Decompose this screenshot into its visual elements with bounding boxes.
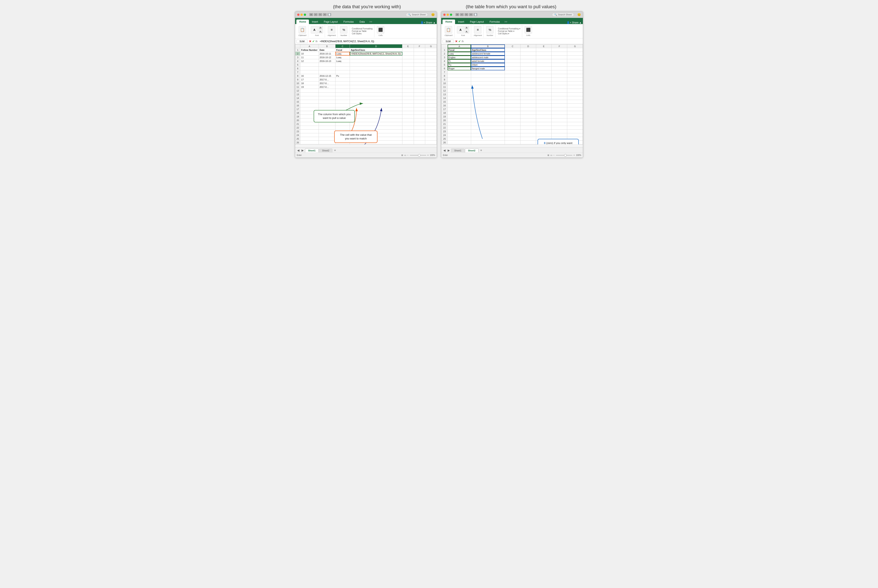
cell-G6[interactable] [425, 67, 437, 70]
cell-s2-G2[interactable] [567, 52, 583, 56]
cell-s2-D1[interactable] [520, 48, 536, 52]
col-header-B-2[interactable]: B [471, 44, 505, 48]
cell-B3[interactable]: 2016-10-12 [319, 56, 335, 59]
cell-D3[interactable] [350, 56, 402, 59]
search-box-2[interactable]: 🔍 Search Sheet [552, 13, 574, 16]
cell-E6[interactable] [402, 67, 414, 70]
add-sheet-1[interactable]: + [333, 148, 337, 152]
cell-A4[interactable]: 12 [300, 59, 319, 63]
cell-D10[interactable] [350, 81, 402, 85]
font-size-up[interactable]: A↑ [319, 26, 323, 30]
quick-access-icon[interactable]: ▾ [323, 13, 327, 16]
cell-s2-C1[interactable] [505, 48, 520, 52]
cell-s2-E6[interactable] [536, 67, 552, 70]
search-box-1[interactable]: 🔍 Search Sheet [406, 13, 428, 16]
cell-D6[interactable] [350, 67, 402, 70]
cell-B4[interactable]: 2016-10-13 [319, 59, 335, 63]
col-header-C-2[interactable]: C [505, 44, 520, 48]
sheet-next-1[interactable]: ▶ [301, 149, 305, 152]
cell-C7[interactable] [335, 70, 350, 74]
zoom-slider-1[interactable] [410, 155, 426, 156]
font-btn-2[interactable]: A [457, 26, 464, 33]
cell-s2-F4[interactable] [552, 59, 567, 63]
grid-1[interactable]: A B C D E F G 1 Follow Numb [295, 44, 437, 144]
cell-C4[interactable]: Luaq [335, 59, 350, 63]
number-btn-2[interactable]: % [486, 26, 493, 33]
cell-A1[interactable]: Follow Number [300, 48, 319, 52]
cell-G1[interactable] [425, 48, 437, 52]
cell-s2-C4[interactable] [505, 59, 520, 63]
cell-E7[interactable] [402, 70, 414, 74]
cell-G4[interactable] [425, 59, 437, 63]
cell-D4[interactable] [350, 59, 402, 63]
col-header-E-1[interactable]: E [402, 44, 414, 48]
cell-s2-B2[interactable]: adolescent female [471, 52, 505, 56]
cell-C6[interactable] [335, 67, 350, 70]
cell-C11[interactable] [335, 85, 350, 89]
cell-s2-D3[interactable] [520, 56, 536, 59]
cell-C1[interactable]: Focal [335, 48, 350, 52]
grid-2[interactable]: A B C D E F G 1 Focal AgeS [441, 44, 583, 144]
cell-C3[interactable]: Luaq [335, 56, 350, 59]
cell-A3[interactable]: 11 [300, 56, 319, 59]
view-normal-icon-2[interactable]: ⊞ [547, 154, 549, 156]
maximize-button-2[interactable] [450, 14, 452, 16]
close-button-1[interactable] [297, 14, 299, 16]
col-header-A-2[interactable]: A [448, 44, 471, 48]
cell-C10[interactable] [335, 81, 350, 85]
cell-E5[interactable] [402, 63, 414, 67]
cell-A6[interactable] [300, 67, 319, 70]
cell-styles-btn-1[interactable]: Cell Styles [352, 33, 373, 35]
back-icon-2[interactable]: ↩ [460, 13, 464, 16]
font-size-down[interactable]: A↓ [319, 30, 323, 33]
doc-icon-2[interactable]: 📄 [474, 13, 477, 16]
cell-s2-F2[interactable] [552, 52, 567, 56]
minimize-button-1[interactable] [301, 14, 303, 16]
conditional-formatting-btn-2[interactable]: Conditional Formatting ▾ [498, 27, 520, 30]
close-button-2[interactable] [444, 14, 446, 16]
cell-B8[interactable]: 2016-12-15 [319, 74, 335, 78]
sheet-tab-sheet1-2[interactable]: Sheet1 [451, 148, 465, 152]
zoom-slider-2[interactable] [556, 155, 572, 156]
cell-A8[interactable]: 16 [300, 74, 319, 78]
cell-s2-C6[interactable] [505, 67, 520, 70]
tab-more-1[interactable]: >> [368, 20, 374, 24]
cell-B7[interactable] [319, 70, 335, 74]
cell-s2-G6[interactable] [567, 67, 583, 70]
cell-F6[interactable] [414, 67, 425, 70]
cell-C2[interactable]: Luaq [335, 52, 350, 56]
sheet-tab-sheet1-1[interactable]: Sheet1 [305, 148, 319, 152]
col-header-F-2[interactable]: F [552, 44, 567, 48]
cell-G10[interactable] [425, 81, 437, 85]
cell-E1[interactable] [402, 48, 414, 52]
cell-F5[interactable] [414, 63, 425, 67]
cell-s2-F6[interactable] [552, 67, 567, 70]
view-layout-icon-2[interactable]: ▭ [550, 154, 552, 156]
clipboard-btn-2[interactable]: 📋 [445, 26, 452, 33]
share-button-2[interactable]: 👤+ Share ▲ [567, 21, 582, 24]
formula-input-2[interactable] [465, 40, 582, 43]
cell-F3[interactable] [414, 56, 425, 59]
sidebar-icon[interactable]: ⊞ [309, 13, 313, 16]
zoom-in-btn[interactable]: + [427, 154, 429, 156]
cell-s2-B1[interactable]: AgeSexClass [471, 48, 505, 52]
cell-B1[interactable]: Date [319, 48, 335, 52]
alignment-btn-2[interactable]: ≡ [474, 26, 481, 33]
font-btn-1[interactable]: A [311, 26, 318, 33]
sheet-tab-sheet2-2[interactable]: Sheet2 [465, 148, 478, 152]
cell-A12[interactable] [300, 89, 319, 93]
cell-s2-C2[interactable] [505, 52, 520, 56]
formula-input-1[interactable] [319, 40, 436, 43]
tab-more-2[interactable]: >> [503, 20, 509, 24]
cell-G8[interactable] [425, 74, 437, 78]
cell-A11[interactable]: 19 [300, 85, 319, 89]
alignment-btn-1[interactable]: ≡ [328, 26, 335, 33]
doc-icon[interactable]: 📄 [328, 13, 331, 16]
cell-C5[interactable] [335, 63, 350, 67]
add-sheet-2[interactable]: + [479, 148, 483, 152]
cell-s2-E5[interactable] [536, 63, 552, 67]
scroll-area-2[interactable] [441, 144, 583, 147]
cell-s2-B3[interactable]: adolescent male [471, 56, 505, 59]
cell-s2-A4[interactable]: Pi [448, 59, 471, 63]
forward-icon[interactable]: ↻ [319, 13, 322, 16]
